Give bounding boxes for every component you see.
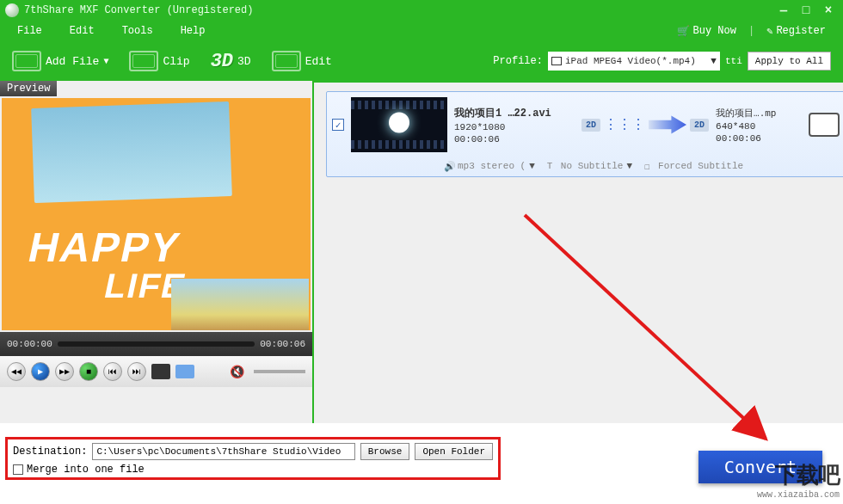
profile-settings-icon[interactable]: tti bbox=[725, 56, 742, 66]
maximize-button[interactable]: □ bbox=[797, 3, 815, 17]
subtitle-value: No Subtitle bbox=[561, 161, 624, 171]
lock-icon: ☐ bbox=[644, 161, 655, 171]
watermark: 下载吧 www.xiazaiba.com bbox=[757, 464, 840, 501]
buy-now-label: Buy Now bbox=[693, 25, 736, 37]
profile-label: Profile: bbox=[493, 55, 543, 67]
threeD-icon: 3D bbox=[211, 51, 233, 72]
file-thumbnail bbox=[351, 97, 447, 152]
audio-value: mp3 stereo ( bbox=[458, 161, 526, 171]
preview-text-happy: HAPPY bbox=[24, 224, 185, 271]
arrow-icon bbox=[649, 114, 686, 136]
step-back-button[interactable]: ⏮ bbox=[103, 362, 122, 381]
cart-icon: 🛒 bbox=[677, 25, 690, 38]
output-info: 我的项目….mp 640*480 00:00:06 bbox=[716, 107, 802, 144]
edit-icon bbox=[272, 51, 301, 71]
source-name: 我的项目1 …22.avi bbox=[454, 106, 575, 120]
preview-tab: Preview bbox=[0, 81, 57, 96]
chevron-down-icon: ▼ bbox=[626, 161, 632, 171]
volume-slider[interactable] bbox=[254, 370, 305, 373]
next-button[interactable]: ▶▶ bbox=[55, 362, 74, 381]
timeline[interactable]: 00:00:00 00:00:06 bbox=[0, 332, 312, 356]
conversion-arrow: 2D ⋮⋮⋮ 2D bbox=[581, 114, 709, 136]
speaker-icon: 🔊 bbox=[444, 161, 454, 171]
source-resolution: 1920*1080 bbox=[454, 122, 575, 132]
menu-bar: File Edit Tools Help 🛒 Buy Now | ✎ Regis… bbox=[0, 21, 843, 41]
profile-select[interactable]: iPad MPEG4 Video(*.mp4) ▼ bbox=[548, 52, 720, 71]
register-link[interactable]: ✎ Register bbox=[766, 25, 826, 38]
snapshot-button[interactable] bbox=[151, 364, 170, 379]
preview-panel: Preview HAPPY LIFE 00:00:00 00:00:06 ◀◀ … bbox=[0, 81, 314, 423]
forced-label: Forced Subtitle bbox=[658, 161, 743, 171]
prev-button[interactable]: ◀◀ bbox=[7, 362, 26, 381]
add-file-button[interactable]: Add File ▼ bbox=[12, 51, 108, 71]
menu-file[interactable]: File bbox=[17, 25, 42, 37]
file-item[interactable]: ✓ 我的项目1 …22.avi 1920*1080 00:00:06 2D ⋮⋮… bbox=[326, 91, 843, 177]
forced-subtitle-toggle[interactable]: ☐ Forced Subtitle bbox=[644, 161, 743, 171]
chevron-down-icon: ▼ bbox=[529, 161, 535, 171]
output-duration: 00:00:06 bbox=[716, 133, 802, 144]
menu-help[interactable]: Help bbox=[181, 25, 206, 37]
profile-value: iPad MPEG4 Video(*.mp4) bbox=[565, 56, 696, 66]
seek-slider[interactable] bbox=[58, 341, 255, 347]
menu-tools[interactable]: Tools bbox=[122, 25, 153, 37]
edit-button[interactable]: Edit bbox=[272, 51, 332, 71]
destination-input[interactable] bbox=[92, 443, 354, 460]
destination-label: Destination: bbox=[13, 446, 87, 458]
file-list: ✓ 我的项目1 …22.avi 1920*1080 00:00:06 2D ⋮⋮… bbox=[314, 81, 843, 423]
clip-icon bbox=[129, 51, 158, 71]
app-icon bbox=[5, 3, 19, 17]
subtitle-icon: T bbox=[547, 161, 557, 171]
output-resolution: 640*480 bbox=[716, 121, 802, 132]
window-controls: — □ × bbox=[774, 3, 838, 17]
main-area: Preview HAPPY LIFE 00:00:00 00:00:06 ◀◀ … bbox=[0, 81, 843, 423]
file-checkbox[interactable]: ✓ bbox=[332, 119, 344, 131]
close-button[interactable]: × bbox=[819, 3, 838, 17]
merge-checkbox[interactable] bbox=[13, 464, 23, 475]
destination-box: Destination: Browse Open Folder Merge in… bbox=[5, 437, 501, 480]
bottom-bar: Destination: Browse Open Folder Merge in… bbox=[0, 430, 843, 504]
device-icon bbox=[809, 113, 840, 137]
time-start: 00:00:00 bbox=[7, 339, 52, 349]
menu-edit[interactable]: Edit bbox=[70, 25, 95, 37]
player-controls: ◀◀ ▶ ▶▶ ■ ⏮ ⏭ 🔇 bbox=[0, 356, 312, 387]
play-button[interactable]: ▶ bbox=[31, 362, 50, 381]
open-folder-button[interactable]: Open Folder bbox=[415, 443, 493, 460]
merge-label: Merge into one file bbox=[27, 464, 145, 476]
output-name: 我的项目….mp bbox=[716, 107, 802, 120]
open-snapshot-folder-button[interactable] bbox=[175, 365, 194, 378]
badge-2d: 2D bbox=[690, 119, 709, 132]
add-file-label: Add File bbox=[46, 55, 99, 68]
watermark-text: 下载吧 bbox=[757, 464, 840, 490]
toolbar: Add File ▼ Clip 3D 3D Edit Profile: iPad… bbox=[0, 41, 843, 81]
stop-button[interactable]: ■ bbox=[79, 362, 98, 381]
step-fwd-button[interactable]: ⏭ bbox=[127, 362, 146, 381]
browse-button[interactable]: Browse bbox=[360, 443, 410, 460]
watermark-url: www.xiazaiba.com bbox=[757, 490, 840, 501]
preview-canvas: HAPPY LIFE bbox=[2, 98, 311, 330]
chevron-down-icon: ▼ bbox=[103, 57, 108, 66]
minimize-button[interactable]: — bbox=[774, 3, 793, 17]
threeD-button[interactable]: 3D 3D bbox=[211, 51, 251, 72]
buy-now-link[interactable]: 🛒 Buy Now bbox=[677, 25, 736, 38]
clip-button[interactable]: Clip bbox=[129, 51, 189, 71]
register-label: Register bbox=[776, 25, 826, 37]
threeD-label: 3D bbox=[237, 55, 251, 68]
source-duration: 00:00:06 bbox=[454, 134, 575, 144]
film-icon bbox=[12, 51, 41, 71]
clip-label: Clip bbox=[163, 55, 189, 68]
edit-label: Edit bbox=[305, 55, 332, 68]
device-icon bbox=[551, 57, 562, 65]
audio-select[interactable]: 🔊 mp3 stereo ( ▼ bbox=[444, 161, 535, 171]
mute-icon[interactable]: 🔇 bbox=[230, 363, 249, 380]
time-end: 00:00:06 bbox=[260, 339, 305, 349]
source-info: 我的项目1 …22.avi 1920*1080 00:00:06 bbox=[454, 106, 575, 144]
apply-to-all-button[interactable]: Apply to All bbox=[748, 52, 831, 71]
badge-2d: 2D bbox=[581, 119, 600, 132]
subtitle-select[interactable]: T No Subtitle ▼ bbox=[547, 161, 632, 171]
title-bar: 7thShare MXF Converter (Unregistered) — … bbox=[0, 0, 843, 21]
pen-icon: ✎ bbox=[766, 25, 772, 38]
window-title: 7thShare MXF Converter (Unregistered) bbox=[24, 4, 774, 16]
chevron-down-icon: ▼ bbox=[711, 56, 717, 66]
